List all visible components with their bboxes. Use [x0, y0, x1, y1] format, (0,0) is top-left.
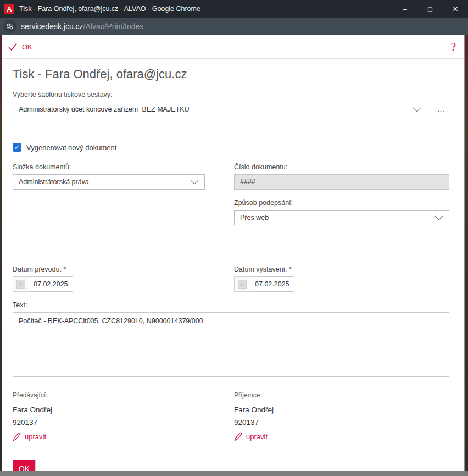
transfer-date-checkbox-cell: ✓: [13, 276, 29, 292]
folder-select[interactable]: Administrátorská práva: [13, 174, 205, 190]
close-button[interactable]: ✕: [443, 0, 468, 18]
handover-edit-label: upravit: [25, 433, 46, 441]
ok-submit-button[interactable]: OK: [13, 460, 36, 471]
pencil-icon: [234, 432, 242, 441]
transfer-date-input[interactable]: [29, 276, 73, 292]
doc-number-field: Číslo dokumentu: ####: [234, 163, 449, 190]
recipient-label: Příjemce:: [234, 391, 449, 399]
url-path: /Alvao/Print/Index: [83, 22, 144, 31]
document-fields: Složka dokumentů: Administrátorská práva…: [13, 163, 449, 235]
site-settings-icon[interactable]: [3, 20, 16, 33]
template-select-row: Administrátorský účet koncové zařízení_B…: [13, 102, 449, 117]
window-controls: – □ ✕: [392, 0, 468, 18]
handover-block: Předávající: Fara Ondřej 920137 upravit: [13, 391, 205, 444]
minimize-button[interactable]: –: [392, 0, 417, 18]
command-toolbar: OK ?: [2, 35, 464, 59]
sign-method-label: Způsob podepsání:: [234, 199, 449, 207]
generate-document-row: ✓ Vygenerovat nový dokument: [13, 143, 449, 152]
issue-date-checkbox[interactable]: ✓: [238, 280, 247, 289]
transfer-date-field: Datum převodu: * ✓: [13, 265, 205, 292]
recipient-block: Příjemce: Fara Ondřej 920137 upravit: [234, 391, 449, 444]
window-titlebar: A Tisk - Fara Ondřej, ofara@jcu.cz - ALV…: [0, 0, 468, 18]
window-title: Tisk - Fara Ondřej, ofara@jcu.cz - ALVAO…: [19, 5, 392, 13]
chevron-down-icon: [190, 180, 199, 185]
doc-number-label: Číslo dokumentu:: [234, 163, 449, 171]
sign-method-select[interactable]: Přes web: [234, 210, 449, 225]
window-bottom-border: [0, 471, 468, 476]
toolbar-ok-label: OK: [22, 43, 32, 51]
sign-method-value: Přes web: [240, 214, 430, 222]
handover-name: Fara Ondřej: [13, 406, 205, 414]
alvao-logo-icon: A: [4, 4, 14, 14]
template-select[interactable]: Administrátorský účet koncové zařízení_B…: [13, 102, 427, 117]
url-bar: servicedesk.jcu.cz/Alvao/Print/Index: [0, 18, 468, 35]
template-select-label: Vyberte šablonu tiskové sestavy:: [13, 91, 449, 98]
pencil-icon: [13, 432, 21, 441]
issue-date-field: Datum vystavení: * ✓: [234, 265, 449, 292]
issue-date-input[interactable]: [250, 276, 294, 292]
folder-field: Složka dokumentů: Administrátorská práva: [13, 163, 205, 190]
maximize-button[interactable]: □: [417, 0, 443, 18]
handover-label: Předávající:: [13, 391, 205, 399]
recipient-number: 920137: [234, 418, 449, 427]
url-address[interactable]: servicedesk.jcu.cz/Alvao/Print/Index: [21, 22, 143, 31]
doc-number-input: ####: [234, 174, 449, 190]
recipient-edit-label: upravit: [246, 433, 268, 441]
recipient-edit-link[interactable]: upravit: [234, 432, 268, 441]
template-select-value: Administrátorský účet koncové zařízení_B…: [19, 106, 408, 113]
signatures-row: Předávající: Fara Ondřej 920137 upravit …: [13, 391, 449, 444]
generate-document-label: Vygenerovat nový dokument: [26, 143, 116, 152]
handover-number: 920137: [13, 418, 205, 427]
folder-label: Složka dokumentů:: [13, 163, 205, 171]
print-form: Tisk - Fara Ondřej, ofara@jcu.cz Vyberte…: [2, 59, 464, 471]
text-label: Text:: [13, 301, 449, 309]
dates-row: Datum převodu: * ✓ Datum vystavení: * ✓: [13, 265, 449, 292]
generate-document-checkbox[interactable]: ✓: [13, 143, 21, 152]
check-icon: [8, 42, 18, 51]
chrome-window: A Tisk - Fara Ondřej, ofara@jcu.cz - ALV…: [0, 0, 468, 476]
url-host: servicedesk.jcu.cz: [21, 22, 83, 31]
text-field: Text: Počítač - REK-APCCit005, CZC81290L…: [13, 301, 449, 379]
handover-edit-link[interactable]: upravit: [13, 432, 46, 441]
transfer-date-checkbox[interactable]: ✓: [16, 280, 25, 289]
page-title: Tisk - Fara Ondřej, ofara@jcu.cz: [13, 67, 449, 81]
issue-date-label: Datum vystavení: *: [234, 265, 449, 273]
transfer-date-group: ✓: [13, 276, 73, 292]
transfer-date-label: Datum převodu: *: [13, 265, 205, 273]
chevron-down-icon: [434, 215, 443, 220]
text-input[interactable]: Počítač - REK-APCCit005, CZC81290L0, N90…: [13, 312, 449, 377]
folder-column: Složka dokumentů: Administrátorská práva: [13, 163, 205, 235]
issue-date-group: ✓: [234, 276, 294, 292]
print-dialog: OK ? Tisk - Fara Ondřej, ofara@jcu.cz Vy…: [2, 35, 465, 471]
chevron-down-icon: [413, 107, 421, 112]
recipient-name: Fara Ondřej: [234, 406, 449, 414]
number-sign-column: Číslo dokumentu: #### Způsob podepsání: …: [234, 163, 449, 235]
toolbar-ok-button[interactable]: OK: [8, 42, 32, 51]
sign-method-field: Způsob podepsání: Přes web: [234, 199, 449, 225]
issue-date-checkbox-cell: ✓: [234, 276, 250, 292]
folder-select-value: Administrátorská práva: [19, 178, 186, 186]
template-more-button[interactable]: ...: [433, 102, 449, 117]
help-button[interactable]: ?: [451, 40, 456, 54]
